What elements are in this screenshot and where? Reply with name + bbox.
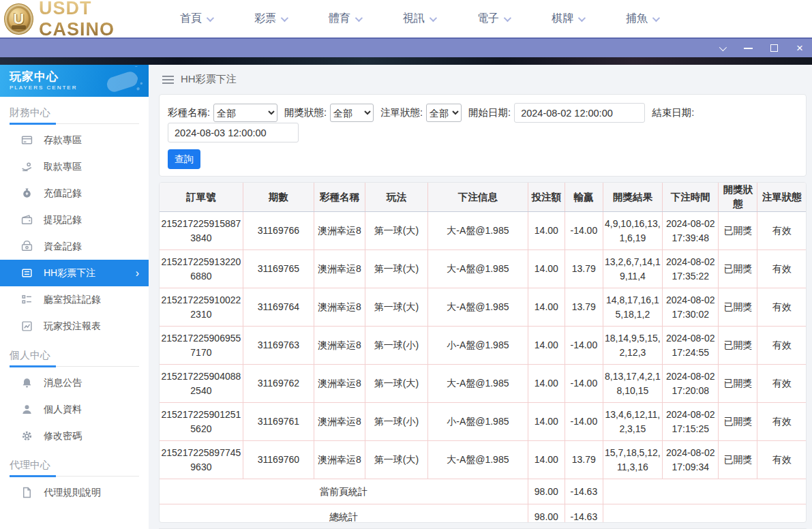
- end-date-label: 結束日期:: [652, 106, 694, 119]
- maximize-icon: [770, 44, 778, 52]
- section-underline: [10, 123, 139, 124]
- summary-empty: [603, 504, 806, 523]
- page-summary-row: 當前頁統計 98.00 -14.63: [160, 479, 806, 504]
- page-title: HH彩票下注: [181, 73, 237, 86]
- sidebar-item-agent-rules[interactable]: 代理規則說明: [0, 479, 149, 506]
- table-cell: 已開獎: [719, 327, 757, 365]
- table-cell: 15,7,18,5,12,11,3,16: [603, 441, 662, 479]
- table-cell: 第一球(小): [365, 403, 427, 441]
- table-cell: 已開獎: [719, 365, 757, 403]
- section-finance-center: 財務中心: [10, 106, 149, 119]
- table-cell: 13.79: [565, 441, 603, 479]
- section-personal-center: 個人中心: [10, 349, 149, 362]
- wallet-icon: [20, 214, 33, 226]
- bell-icon: [20, 377, 33, 389]
- table-row: 215217225901251562031169761澳洲幸运8第一球(小)小-…: [160, 403, 806, 441]
- table-cell: 2024-08-02 17:09:34: [662, 441, 718, 479]
- hamburger-menu-icon[interactable]: [162, 76, 174, 84]
- table-cell: 31169761: [243, 403, 314, 441]
- window-chevron-button[interactable]: [717, 43, 727, 54]
- table-row: 215217225897745963031169760澳洲幸运8第一球(大)大-…: [160, 441, 806, 479]
- table-cell: 2024-08-02 17:30:02: [662, 288, 718, 327]
- sidebar-item-withdrawal-records[interactable]: 提現記錄: [0, 207, 149, 233]
- nav-item-home[interactable]: 首頁: [180, 12, 212, 26]
- table-cell: 第一球(大): [365, 288, 427, 327]
- sidebar-item-funds-records[interactable]: 資金記錄: [0, 233, 149, 260]
- sidebar-item-hh-lottery-bets[interactable]: HH彩票下注 ›: [0, 260, 149, 286]
- site-logo[interactable]: U USDT CASINO: [0, 0, 164, 40]
- summary-winloss-total: -14.63: [565, 504, 603, 523]
- draw-status-select[interactable]: 全部: [330, 104, 374, 122]
- table-cell: 已開獎: [719, 403, 757, 441]
- window-minimize-button[interactable]: [742, 43, 753, 54]
- table-cell: 2152172259069557170: [160, 327, 243, 365]
- sidebar-item-change-password[interactable]: 修改密碼: [0, 423, 149, 449]
- sidebar-item-hall-bet-records[interactable]: 廳室投註記錄: [0, 286, 149, 313]
- decorative-banner-strip: [0, 57, 812, 65]
- table-cell: 大-A盤@1.985: [427, 365, 528, 403]
- players-center-header: 玩家中心 PLAYERS CENTER: [0, 65, 149, 97]
- chevron-right-icon: ›: [136, 267, 139, 279]
- col-bet-time: 下注時間: [662, 183, 718, 212]
- deposit-card-icon: [20, 134, 33, 147]
- sidebar-item-withdraw-zone[interactable]: 取款專區: [0, 153, 149, 180]
- table-cell: 31169760: [243, 441, 314, 479]
- chevron-down-icon: [281, 14, 288, 21]
- chevron-down-icon: [355, 14, 363, 21]
- filter-panel: 彩種名稱: 全部 開獎狀態: 全部 注單狀態: 全部 開始日期: 結束日期: 查…: [159, 94, 807, 177]
- col-play-type: 玩法: [365, 183, 427, 212]
- table-cell: 大-A盤@1.985: [427, 288, 528, 327]
- table-cell: 已開獎: [719, 441, 757, 479]
- lottery-name-select[interactable]: 全部: [213, 104, 277, 122]
- search-button[interactable]: 查詢: [168, 149, 200, 169]
- summary-label: 當前頁統計: [160, 479, 528, 504]
- nav-item-video[interactable]: 視訊: [403, 12, 435, 26]
- window-close-button[interactable]: ×: [794, 43, 805, 54]
- table-row: 215217225913220688031169765澳洲幸运8第一球(大)大-…: [160, 250, 806, 288]
- chevron-down-icon: [207, 14, 214, 21]
- table-cell: 14.00: [528, 212, 565, 250]
- table-cell: 澳洲幸运8: [314, 441, 365, 479]
- end-date-input[interactable]: [168, 123, 299, 142]
- minimize-icon: [744, 48, 753, 49]
- nav-item-lottery[interactable]: 彩票: [254, 12, 286, 26]
- nav-item-sports[interactable]: 體育: [329, 12, 361, 26]
- table-cell: 大-A盤@1.985: [427, 212, 528, 250]
- sidebar-item-player-bet-report[interactable]: 玩家投注報表: [0, 313, 149, 339]
- summary-empty: [603, 479, 806, 504]
- table-cell: 小-A盤@1.985: [427, 327, 528, 365]
- nav-item-fishing[interactable]: 捕魚: [626, 12, 658, 26]
- window-maximize-button[interactable]: [768, 43, 779, 54]
- table-cell: 澳洲幸运8: [314, 250, 365, 288]
- table-cell: 2152172259040882540: [160, 365, 243, 403]
- order-status-select[interactable]: 全部: [426, 104, 462, 122]
- nav-item-electronic[interactable]: 電子: [477, 12, 509, 26]
- table-cell: 已開獎: [719, 250, 757, 288]
- table-cell: 14.00: [528, 441, 565, 479]
- table-cell: 2024-08-02 17:20:08: [662, 365, 718, 403]
- draw-status-label: 開獎狀態:: [284, 106, 327, 119]
- chevron-down-icon: [652, 14, 660, 21]
- table-cell: 14.00: [528, 327, 565, 365]
- table-cell: 2152172259132206880: [160, 250, 243, 288]
- table-cell: 13.79: [565, 250, 603, 288]
- table-cell: 18,14,9,5,15,2,12,3: [603, 327, 662, 365]
- sidebar-item-recharge-records[interactable]: 充值記錄: [0, 180, 149, 207]
- sidebar-item-announcements[interactable]: 消息公告: [0, 369, 149, 396]
- table-cell: 31169763: [243, 327, 314, 365]
- table-cell: 2024-08-02 17:24:55: [662, 327, 718, 365]
- col-draw-result: 開獎結果: [603, 183, 662, 212]
- table-row: 215217225910022231031169764澳洲幸运8第一球(大)大-…: [160, 288, 806, 327]
- table-cell: 2152172259012515620: [160, 403, 243, 441]
- table-cell: 2152172259158873840: [160, 212, 243, 250]
- col-bet-amount: 投注額: [528, 183, 565, 212]
- moneybag-icon: [20, 187, 33, 200]
- start-date-input[interactable]: [514, 103, 645, 123]
- summary-label: 總統計: [160, 504, 528, 523]
- table-cell: 已開獎: [719, 288, 757, 327]
- sidebar-item-profile[interactable]: 個人資料: [0, 396, 149, 423]
- table-cell: 第一球(小): [365, 327, 427, 365]
- sidebar-item-deposit-zone[interactable]: 存款專區: [0, 127, 149, 153]
- nav-item-chess[interactable]: 棋牌: [552, 12, 584, 26]
- lottery-name-label: 彩種名稱:: [168, 106, 210, 119]
